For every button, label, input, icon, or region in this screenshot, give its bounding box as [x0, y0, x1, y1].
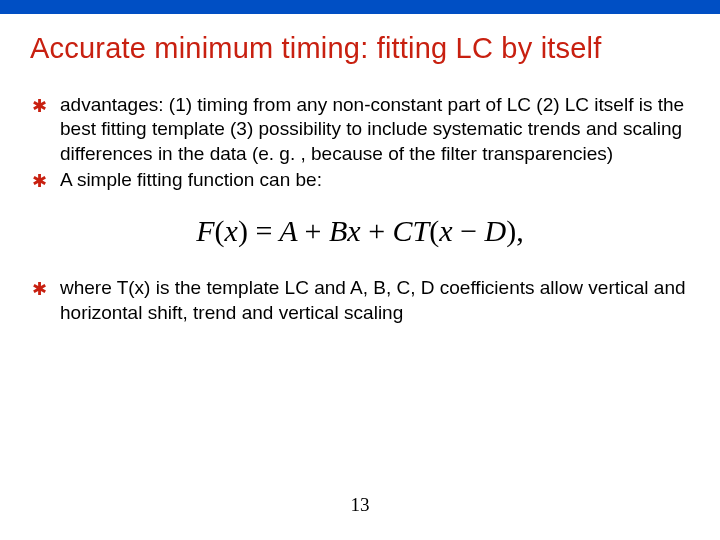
slide-body: Accurate minimum timing: fitting LC by i… — [0, 32, 720, 325]
bullet-star-icon: ✱ — [32, 278, 47, 301]
formula: F(x) = A + Bx + CT(x − D), — [196, 214, 523, 247]
bullet-star-icon: ✱ — [32, 170, 47, 193]
bullet-text: A simple fitting function can be: — [60, 169, 322, 190]
bullet-list: ✱ advantages: (1) timing from any non-co… — [30, 93, 690, 192]
bullet-item: ✱ advantages: (1) timing from any non-co… — [30, 93, 690, 166]
bullet-item: ✱ A simple fitting function can be: — [30, 168, 690, 192]
bullet-star-icon: ✱ — [32, 95, 47, 118]
formula-block: F(x) = A + Bx + CT(x − D), — [30, 214, 690, 248]
header-bar — [0, 0, 720, 14]
page-number: 13 — [0, 494, 720, 516]
bullet-list: ✱ where T(x) is the template LC and A, B… — [30, 276, 690, 325]
bullet-text: advantages: (1) timing from any non-cons… — [60, 94, 684, 164]
bullet-item: ✱ where T(x) is the template LC and A, B… — [30, 276, 690, 325]
bullet-text: where T(x) is the template LC and A, B, … — [60, 277, 686, 322]
slide-title: Accurate minimum timing: fitting LC by i… — [30, 32, 690, 65]
